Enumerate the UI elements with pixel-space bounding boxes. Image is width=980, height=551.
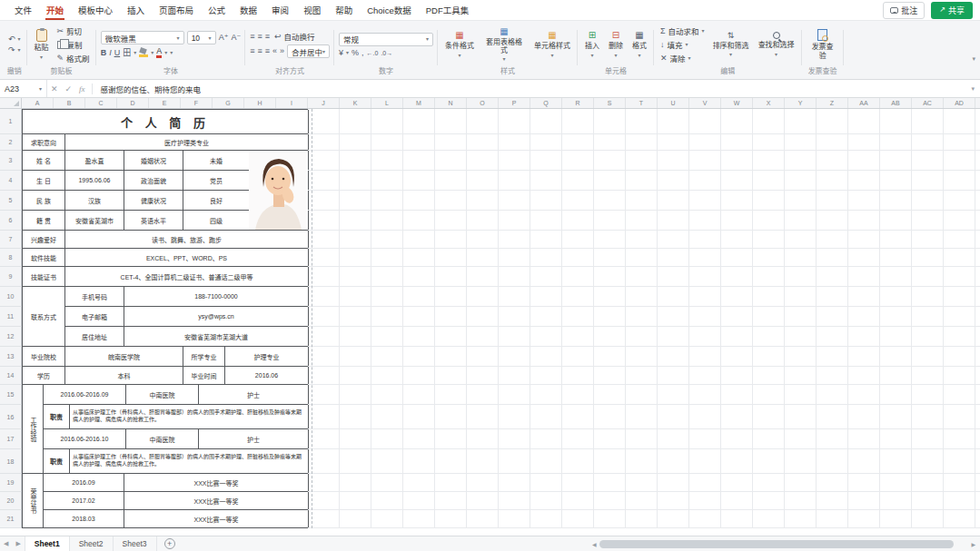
cell-political-value[interactable]: 党员 — [183, 171, 250, 191]
column-header-U[interactable]: U — [658, 98, 689, 108]
share-button[interactable]: ↗ 共享 — [931, 2, 973, 19]
cell-marital-value[interactable]: 未婚 — [183, 151, 250, 171]
empty-cells[interactable] — [308, 249, 980, 267]
portrait-photo[interactable] — [249, 151, 307, 230]
cell-gradtime-value[interactable]: 2016.06 — [225, 367, 309, 385]
sheet-tab-2[interactable]: Sheet2 — [70, 536, 114, 551]
row-header-5[interactable]: 5 — [0, 191, 22, 211]
empty-cells[interactable] — [308, 492, 980, 510]
column-header-I[interactable]: I — [276, 98, 308, 108]
row-header-15[interactable]: 15 — [0, 385, 22, 405]
menu-tab-templates[interactable]: 模板中心 — [71, 0, 120, 20]
empty-cells[interactable] — [308, 151, 980, 171]
comma-style-button[interactable]: , — [361, 49, 364, 57]
cell-hometown-label[interactable]: 籍 贯 — [23, 211, 65, 231]
menu-tab-data[interactable]: 数据 — [233, 0, 264, 20]
column-header-P[interactable]: P — [499, 98, 530, 108]
row-header-12[interactable]: 12 — [0, 327, 22, 347]
fill-color-button[interactable] — [139, 48, 148, 57]
column-header-F[interactable]: F — [181, 98, 213, 108]
cell-phone-label[interactable]: 手机号码 — [65, 287, 124, 307]
cut-button[interactable]: ✂剪切 — [55, 25, 92, 36]
row-header-4[interactable]: 4 — [0, 171, 22, 191]
cell-gradtime-label[interactable]: 毕业时间 — [183, 367, 225, 385]
cell-job2-company[interactable]: 中南医院 — [126, 429, 199, 449]
cell-school-value[interactable]: 皖南医学院 — [65, 347, 183, 367]
row-header-8[interactable]: 8 — [0, 249, 22, 267]
column-header-X[interactable]: X — [753, 98, 785, 108]
cell-name-value[interactable]: 盈水直 — [65, 151, 124, 171]
column-header-H[interactable]: H — [244, 98, 276, 108]
cell-honor1-date[interactable]: 2016.09 — [44, 474, 124, 492]
cell-honor2-date[interactable]: 2017.02 — [44, 492, 124, 510]
column-header-AA[interactable]: AA — [848, 98, 880, 108]
column-header-V[interactable]: V — [689, 98, 721, 108]
cell-birthday-label[interactable]: 生 日 — [23, 171, 65, 191]
scroll-right-icon[interactable]: ▶ — [971, 541, 975, 547]
font-color-button[interactable]: A — [156, 47, 162, 58]
row-header-13[interactable]: 13 — [0, 347, 22, 367]
cell-ethnic-value[interactable]: 汉族 — [65, 191, 124, 211]
column-header-K[interactable]: K — [340, 98, 371, 108]
column-header-R[interactable]: R — [562, 98, 594, 108]
comment-button[interactable]: 批注 — [883, 2, 925, 19]
column-header-Z[interactable]: Z — [817, 98, 848, 108]
row-header-21[interactable]: 21 — [0, 510, 22, 528]
italic-button[interactable]: I — [109, 49, 112, 57]
decrease-decimal-button[interactable]: .0→ — [381, 50, 392, 56]
decrease-font-button[interactable]: A⁻ — [231, 34, 241, 42]
cell-honor2-value[interactable]: XXX比赛一等奖 — [124, 492, 309, 510]
empty-cells[interactable] — [308, 449, 980, 474]
increase-decimal-button[interactable]: ←.0 — [367, 50, 379, 56]
autosum-button[interactable]: Σ自动求和▾ — [658, 25, 707, 36]
font-family-select[interactable]: 微软雅黑▾ — [101, 31, 184, 44]
formula-input[interactable]: 感谢您的信任、期待您的来电 — [95, 84, 966, 94]
empty-cells[interactable] — [308, 231, 980, 249]
cell-degree-value[interactable]: 本科 — [65, 367, 183, 385]
empty-cells[interactable] — [308, 211, 980, 231]
cell-school-label[interactable]: 毕业院校 — [23, 347, 65, 367]
column-header-D[interactable]: D — [117, 98, 149, 108]
cell-job2-duty-label[interactable]: 职责 — [44, 449, 70, 474]
empty-cells[interactable] — [308, 385, 980, 405]
column-header-C[interactable]: C — [85, 98, 117, 108]
percent-button[interactable]: % — [351, 49, 359, 57]
format-painter-button[interactable]: ✎格式刷 — [55, 53, 92, 64]
empty-cells[interactable] — [308, 405, 980, 429]
row-header-7[interactable]: 7 — [0, 231, 22, 249]
row-header-20[interactable]: 20 — [0, 492, 22, 510]
cell-email-value[interactable]: ysy@wps.cn — [124, 307, 309, 327]
sheet-tab-3[interactable]: Sheet3 — [114, 536, 157, 551]
underline-button[interactable]: U — [114, 49, 121, 57]
empty-cells[interactable] — [308, 347, 980, 367]
cell-honor3-value[interactable]: XXX比赛一等奖 — [124, 510, 309, 528]
align-bottom-button[interactable]: ≡ — [265, 33, 270, 41]
row-header-14[interactable]: 14 — [0, 367, 22, 385]
cell-major-value[interactable]: 护理专业 — [225, 347, 309, 367]
confirm-entry-icon[interactable]: ✓ — [65, 84, 73, 93]
column-header-M[interactable]: M — [403, 98, 435, 108]
column-header-L[interactable]: L — [371, 98, 403, 108]
cell-contact-label[interactable]: 联系方式 — [23, 307, 65, 327]
cell-experience-label[interactable]: 工作经验 — [23, 385, 43, 473]
row-header-16[interactable]: 16 — [0, 405, 22, 429]
cell-english-value[interactable]: 四级 — [183, 211, 250, 231]
align-top-button[interactable]: ≡ — [250, 33, 254, 41]
column-header-AC[interactable]: AC — [912, 98, 944, 108]
expand-formula-bar-icon[interactable]: ▾ — [965, 85, 980, 93]
cell-job1-period[interactable]: 2016.06-2016.09 — [44, 385, 126, 405]
menu-tab-review[interactable]: 审阅 — [264, 0, 296, 20]
delete-cells-button[interactable]: ⊟删除▾ — [606, 29, 626, 59]
cell-styles-button[interactable]: ▦单元格样式▾ — [531, 29, 573, 59]
column-header-Y[interactable]: Y — [785, 98, 817, 108]
wrap-text-button[interactable]: ↩自动换行 — [272, 31, 317, 42]
column-header-Q[interactable]: Q — [530, 98, 562, 108]
undo-button[interactable]: ↶▾ — [6, 35, 23, 44]
cell-english-label[interactable]: 英语水平 — [124, 211, 183, 231]
scrollbar-track[interactable] — [599, 540, 969, 548]
column-header-A[interactable]: A — [22, 98, 54, 108]
cell-resume-title[interactable]: 个 人 简 历 — [23, 110, 309, 134]
empty-cells[interactable] — [308, 327, 980, 347]
empty-cells[interactable] — [308, 429, 980, 449]
empty-cells[interactable] — [308, 171, 980, 191]
